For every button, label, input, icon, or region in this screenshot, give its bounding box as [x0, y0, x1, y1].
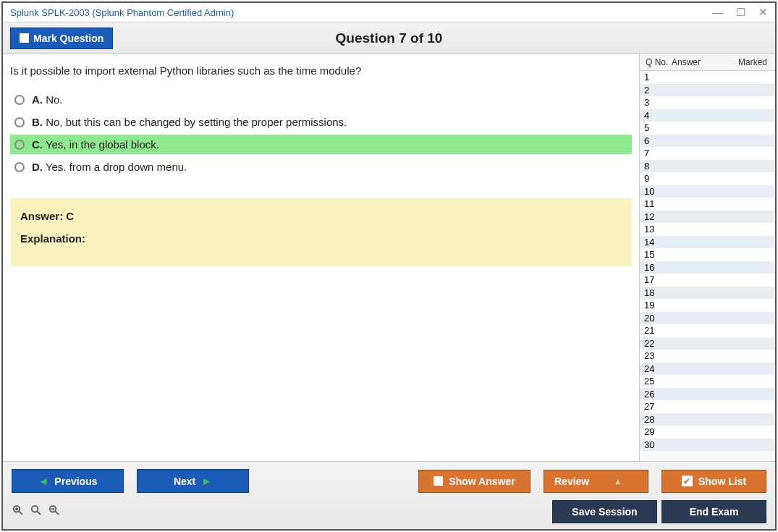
question-counter: Question 7 of 10	[3, 30, 775, 46]
checkbox-icon	[434, 476, 443, 486]
dropdown-arrow-icon: ▲	[614, 477, 622, 486]
review-button[interactable]: Review ▲	[544, 470, 648, 493]
previous-label: Previous	[54, 476, 97, 487]
option-text: C. Yes, in the global block.	[32, 138, 159, 151]
show-answer-label: Show Answer	[449, 476, 515, 487]
radio-icon	[14, 117, 25, 127]
radio-icon	[14, 140, 25, 150]
question-row[interactable]: 22	[640, 337, 775, 350]
option-text: D. Yes. from a drop down menu.	[32, 161, 187, 173]
option-c[interactable]: C. Yes, in the global block.	[10, 135, 632, 154]
option-text: B. No, but this can be changed by settin…	[32, 116, 347, 128]
option-a[interactable]: A. No.	[10, 90, 632, 109]
col-marked: Marked	[733, 57, 772, 67]
checkbox-icon	[20, 33, 29, 43]
titlebar: Splunk SPLK-2003 (Splunk Phantom Certifi…	[3, 3, 775, 22]
zoom-reset-icon[interactable]	[30, 504, 42, 520]
question-row[interactable]: 11	[640, 198, 775, 211]
question-row[interactable]: 15	[640, 248, 775, 261]
question-row[interactable]: 3	[640, 96, 775, 109]
minimize-icon[interactable]: —	[712, 6, 723, 19]
footer-row-1: ◄ Previous Next ► Show Answer Review ▲ ✔…	[12, 469, 766, 493]
question-row[interactable]: 20	[640, 312, 775, 325]
answer-box: Answer: C Explanation:	[10, 198, 632, 266]
question-row[interactable]: 14	[640, 236, 775, 249]
col-qno: Q No.	[643, 57, 672, 67]
svg-line-7	[56, 512, 59, 515]
question-row[interactable]: 7	[640, 147, 775, 160]
question-row[interactable]: 1	[640, 71, 775, 84]
question-row[interactable]: 18	[640, 287, 775, 300]
review-label: Review	[554, 476, 589, 487]
question-row[interactable]: 29	[640, 426, 775, 439]
radio-icon	[14, 162, 25, 172]
answer-label: Answer: C	[20, 210, 622, 222]
footer: ◄ Previous Next ► Show Answer Review ▲ ✔…	[3, 461, 775, 529]
maximize-icon[interactable]: ☐	[736, 6, 745, 19]
question-row[interactable]: 24	[640, 363, 775, 376]
mark-question-label: Mark Question	[33, 33, 103, 44]
question-row[interactable]: 4	[640, 109, 775, 122]
show-list-button[interactable]: ✔ Show List	[661, 470, 766, 493]
end-exam-label: End Exam	[690, 506, 739, 518]
options-list: A. No.B. No, but this can be changed by …	[10, 90, 632, 177]
window-controls: — ☐ ✕	[712, 6, 768, 19]
question-panel: Is it possible to import external Python…	[3, 54, 639, 461]
question-row[interactable]: 13	[640, 223, 775, 236]
question-row[interactable]: 16	[640, 261, 775, 274]
question-row[interactable]: 17	[640, 274, 775, 287]
zoom-in-icon[interactable]	[12, 504, 24, 520]
col-answer: Answer	[672, 57, 733, 67]
next-button[interactable]: Next ►	[137, 469, 249, 493]
question-row[interactable]: 23	[640, 350, 775, 363]
footer-row-2: Save Session End Exam	[12, 500, 766, 523]
sidebar-header: Q No. Answer Marked	[640, 54, 775, 71]
option-b[interactable]: B. No, but this can be changed by settin…	[10, 112, 632, 132]
show-answer-button[interactable]: Show Answer	[418, 470, 530, 493]
question-row[interactable]: 8	[640, 160, 775, 173]
question-row[interactable]: 2	[640, 84, 775, 97]
question-row[interactable]: 10	[640, 185, 775, 198]
next-label: Next	[174, 476, 195, 487]
question-row[interactable]: 27	[640, 400, 775, 413]
save-session-label: Save Session	[572, 506, 637, 518]
svg-line-5	[38, 512, 41, 515]
show-list-label: Show List	[698, 476, 746, 487]
sidebar-body[interactable]: 1234567891011121314151617181920212223242…	[640, 71, 775, 461]
mark-question-button[interactable]: Mark Question	[10, 28, 113, 49]
chevron-left-icon: ◄	[38, 475, 49, 487]
question-row[interactable]: 26	[640, 388, 775, 401]
zoom-out-icon[interactable]	[48, 504, 60, 520]
question-row[interactable]: 12	[640, 211, 775, 224]
content-area: Is it possible to import external Python…	[3, 54, 775, 461]
question-row[interactable]: 30	[640, 439, 775, 452]
question-row[interactable]: 19	[640, 299, 775, 312]
radio-icon	[14, 95, 25, 105]
question-row[interactable]: 21	[640, 324, 775, 337]
zoom-controls	[12, 504, 60, 520]
question-list-sidebar: Q No. Answer Marked 12345678910111213141…	[639, 54, 775, 461]
svg-point-4	[32, 506, 38, 512]
end-exam-button[interactable]: End Exam	[661, 500, 766, 523]
save-session-button[interactable]: Save Session	[552, 500, 657, 523]
question-row[interactable]: 5	[640, 122, 775, 135]
app-window: Splunk SPLK-2003 (Splunk Phantom Certifi…	[1, 1, 777, 531]
option-d[interactable]: D. Yes. from a drop down menu.	[10, 157, 632, 177]
question-text: Is it possible to import external Python…	[10, 64, 632, 77]
header-bar: Mark Question Question 7 of 10	[3, 22, 775, 54]
svg-line-1	[20, 512, 22, 515]
option-text: A. No.	[32, 93, 63, 106]
explanation-label: Explanation:	[20, 232, 622, 245]
chevron-right-icon: ►	[201, 475, 212, 487]
close-icon[interactable]: ✕	[758, 6, 768, 19]
window-title: Splunk SPLK-2003 (Splunk Phantom Certifi…	[10, 7, 234, 18]
checkbox-checked-icon: ✔	[682, 476, 693, 486]
previous-button[interactable]: ◄ Previous	[12, 469, 124, 493]
question-row[interactable]: 28	[640, 413, 775, 426]
question-row[interactable]: 6	[640, 135, 775, 148]
question-row[interactable]: 25	[640, 375, 775, 388]
question-row[interactable]: 9	[640, 172, 775, 185]
